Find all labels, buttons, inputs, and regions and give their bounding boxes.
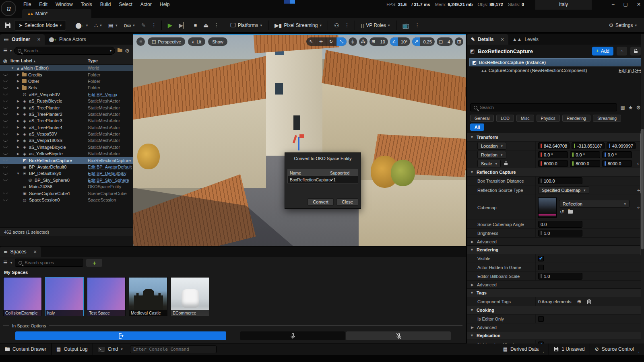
add-element-icon[interactable]: ⊕ (577, 298, 582, 304)
outliner-row-selected[interactable]: ◩BoxReflectionCaptureBoxReflectionCaptur… (0, 157, 133, 163)
space-tile-ecommerce[interactable]: ECommerce (171, 277, 209, 316)
eye-closed-icon[interactable] (3, 120, 8, 122)
close-button[interactable]: ✕ (637, 2, 641, 7)
filter-icon[interactable]: ☰ (3, 48, 8, 53)
rotation-z-field[interactable]: 0.0 ° (602, 151, 632, 158)
blueprint-convert-button[interactable]: ∴ (617, 47, 627, 56)
eye-closed-icon[interactable] (3, 113, 8, 115)
source-type-dropdown[interactable]: Specified Cubemap▾ (538, 186, 589, 194)
location-z-field[interactable]: 49.999997 (607, 142, 636, 149)
convert-button[interactable]: Convert (308, 198, 334, 206)
menu-build[interactable]: Build (96, 0, 115, 9)
lit-dropdown[interactable]: ◐Lit (188, 37, 205, 46)
play-button[interactable]: ▶ (165, 20, 176, 31)
chevron-down-icon[interactable]: ▾ (10, 261, 12, 265)
eye-closed-icon[interactable] (3, 87, 8, 89)
brightness-field[interactable]: 1.0 (538, 230, 582, 237)
filter-icon[interactable]: ☰ (3, 260, 8, 265)
scale-snap-control[interactable]: ↗0.25 (412, 37, 434, 46)
viewport-menu-button[interactable]: ≡ (136, 37, 145, 46)
advanced-row[interactable]: ▶Advanced (467, 237, 644, 245)
outliner-row[interactable]: ▶OtherFolder (0, 78, 133, 84)
cmd-dropdown[interactable]: >_ Cmd ▾ (93, 343, 128, 355)
outliner-row[interactable]: ▶◈aS_Vespa50VStaticMeshActor (0, 131, 133, 137)
edit-blueprint-link[interactable]: Edit BP_Vespa (88, 92, 133, 97)
scale-x-field[interactable]: 8000.0 (538, 160, 568, 167)
chip-physics[interactable]: Physics (537, 115, 560, 122)
tab-main-level[interactable]: ▲▲ Main* (22, 9, 91, 18)
edit-in-cpp-link[interactable]: Edit in C++ (619, 68, 642, 73)
advanced-row[interactable]: ▶Advanced (467, 280, 644, 288)
visibility-column-icon[interactable]: ◎ (0, 58, 10, 64)
outliner-row[interactable]: ▶◈aS_Vespa180SSStaticMeshActor (0, 137, 133, 144)
eye-closed-icon[interactable] (3, 140, 8, 142)
outliner-row[interactable]: ▶◈aS_RustyBicycleStaticMeshActor (0, 98, 133, 104)
menu-help[interactable]: Help (156, 0, 174, 9)
world-local-toggle[interactable]: ⏚ (349, 37, 357, 46)
chevron-down-icon[interactable]: ▾ (10, 49, 12, 53)
chip-streaming[interactable]: Streaming (593, 115, 621, 122)
maximize-button[interactable]: ▢ (623, 2, 628, 7)
outliner-row[interactable]: ▶◈aS_VintageBicycleStaticMeshActor (0, 144, 133, 150)
tab-spaces[interactable]: ∞ Spaces ✕ (0, 247, 41, 257)
eye-closed-icon[interactable] (3, 126, 8, 128)
scale-y-field[interactable]: 8000.0 (570, 160, 600, 167)
eye-closed-icon[interactable] (3, 153, 8, 155)
outliner-row[interactable]: ▼▲▲Main (Editor)World (0, 65, 133, 71)
minimize-button[interactable]: – (612, 2, 615, 7)
component-row[interactable]: ▲▲ CaptureComponent (NewReflectionCompon… (467, 66, 644, 74)
derived-data-button[interactable]: ▤ Derived Data ⌟ (498, 343, 549, 355)
camera-speed-control[interactable]: ▢4 (437, 37, 453, 46)
eye-closed-icon[interactable] (3, 173, 8, 175)
chip-lod[interactable]: LOD (496, 115, 514, 122)
is-editor-only-checkbox[interactable] (538, 316, 544, 322)
blueprints-dropdown[interactable]: ∴▾ (91, 21, 105, 30)
section-reflection-capture[interactable]: ▼Reflection Capture (467, 168, 644, 176)
console-command-input[interactable] (130, 346, 217, 353)
browse-to-asset-icon[interactable] (568, 209, 573, 215)
unsaved-button[interactable]: 1 Unsaved (549, 343, 589, 355)
outliner-row[interactable]: ◎BP_Sky_Sphere0Edit BP_Sky_Sphere (0, 177, 133, 183)
close-icon[interactable]: ✕ (33, 249, 37, 255)
advanced-row[interactable]: ▶Advanced (467, 323, 644, 331)
rotation-x-field[interactable]: 0.0 ° (538, 151, 568, 158)
save-icon[interactable] (5, 22, 11, 28)
rotation-dropdown[interactable]: Rotation▾ (477, 151, 506, 158)
gear-icon[interactable]: ⚙ (636, 105, 641, 111)
location-y-field[interactable]: -313.853187 (572, 142, 605, 149)
outliner-row[interactable]: ▶SetsFolder (0, 84, 133, 91)
billboard-scale-field[interactable]: 1.0 (538, 273, 582, 280)
outliner-row[interactable]: ▶◈aS_TreePlanter3StaticMeshActor (0, 117, 133, 124)
cubemap-thumbnail[interactable] (538, 197, 557, 218)
stop-button[interactable]: ■ (191, 21, 200, 30)
chip-rendering[interactable]: Rendering (562, 115, 590, 122)
outliner-row[interactable]: ◉BP_AvatarDefault0Edit BP_AvatarDefault (0, 164, 133, 170)
spaces-search-input[interactable] (25, 260, 80, 265)
eye-closed-icon[interactable] (3, 159, 8, 161)
new-folder-icon[interactable] (118, 48, 122, 53)
eye-closed-icon[interactable] (3, 199, 8, 201)
eye-closed-icon[interactable] (3, 74, 8, 76)
edit-blueprint-link[interactable]: Edit BP_DefaultSky (88, 171, 133, 176)
rotation-y-field[interactable]: 0.0 ° (570, 151, 600, 158)
outliner-row[interactable]: ▶◈aS_TreePlanter4StaticMeshActor (0, 124, 133, 131)
microphone-button[interactable] (240, 331, 345, 340)
outliner-search-input[interactable] (24, 48, 107, 53)
menu-select[interactable]: Select (115, 0, 136, 9)
space-tile-test-space[interactable]: Test Space (87, 277, 126, 316)
menu-edit[interactable]: Edit (35, 0, 52, 9)
source-angle-field[interactable]: 0.0 (538, 221, 582, 228)
space-tile-collision-example[interactable]: CollisionExample (3, 277, 42, 316)
scale-dropdown[interactable]: Scale▾ (477, 160, 501, 167)
eye-closed-icon[interactable] (3, 93, 8, 95)
rotation-snap-control[interactable]: ∠10° (390, 37, 411, 46)
eye-closed-icon[interactable] (3, 166, 8, 168)
item-label-column[interactable]: Item Label ▴ (10, 58, 88, 63)
edit-blueprint-link[interactable]: Edit BP_Sky_Sphere (88, 178, 133, 183)
source-control-button[interactable]: ⊘ Source Control ⌟ (590, 343, 644, 355)
outliner-row[interactable]: ▶◈aS_TreePlanter2StaticMeshActor (0, 111, 133, 117)
outliner-row[interactable]: ▼☀BP_DefaultSky0Edit BP_DefaultSky (0, 170, 133, 177)
menu-file[interactable]: File (19, 0, 35, 9)
outliner-row[interactable]: ▶◈as_YellowBicycleStaticMeshActor (0, 150, 133, 157)
lock-button[interactable] (630, 47, 641, 56)
